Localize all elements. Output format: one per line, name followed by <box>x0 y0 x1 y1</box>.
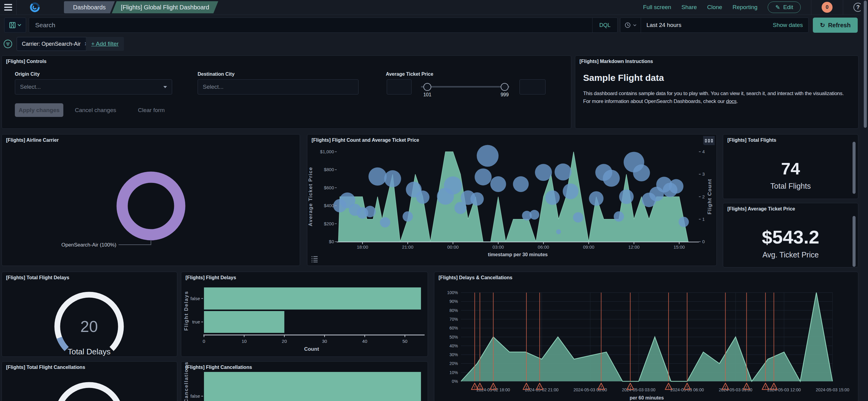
delays-cancellations-area-chart[interactable]: 0%10%20%30%40%50%60%70%80%90%100%2024-05… <box>434 272 858 401</box>
origin-city-placeholder: Select... <box>20 83 41 90</box>
panel-options-icon[interactable] <box>703 136 715 145</box>
nav-divider <box>811 0 811 15</box>
menu-icon[interactable] <box>0 0 17 14</box>
clone-button[interactable]: Clone <box>707 4 722 10</box>
add-filter-button[interactable]: + Add filter <box>86 37 124 51</box>
edit-button-label: Edit <box>783 4 793 10</box>
total-flights-label: Total Flights <box>723 182 858 191</box>
filter-pill-label: Carrier: OpenSearch-Air <box>22 41 81 47</box>
panel-markdown-instructions: [Flights] Markdown Instructions Sample F… <box>575 56 859 129</box>
svg-text:09:00: 09:00 <box>583 244 595 249</box>
full-screen-button[interactable]: Full screen <box>643 4 671 10</box>
reporting-button[interactable]: Reporting <box>733 4 757 10</box>
svg-text:false: false <box>190 296 200 301</box>
svg-text:90%: 90% <box>450 299 458 304</box>
page-scrollbar-thumb[interactable] <box>864 1 867 128</box>
origin-city-select[interactable]: Select... <box>15 79 172 95</box>
save-query-button[interactable] <box>4 18 26 33</box>
panel-delays-cancellations: [Flights] Delays & Cancellations 0%10%20… <box>434 272 858 401</box>
panel-total-flight-cancellations: [Flights] Total Flight Cancellations <box>1 361 177 401</box>
svg-text:2024-05-03 15:00: 2024-05-03 15:00 <box>816 388 849 392</box>
query-language-toggle[interactable]: DQL <box>592 18 617 32</box>
panel-title: [Flights] Flight Cancellations <box>185 365 252 370</box>
nav-right: Full screen Share Clone Reporting ✎ Edit… <box>643 0 868 14</box>
panel-title: [Flights] Markdown Instructions <box>580 59 653 64</box>
flight-count-avg-price-chart[interactable]: $0$200$400$600$800$1,0000123418:0021:000… <box>307 134 717 266</box>
svg-text:18:00: 18:00 <box>357 244 368 249</box>
docs-link[interactable]: docs <box>726 98 737 104</box>
panel-flight-delays: [Flights] Flight Delays falsetrue0102030… <box>181 272 428 357</box>
avatar[interactable]: 0 <box>822 2 833 13</box>
breadcrumb-dashboards[interactable]: Dashboards <box>64 1 115 13</box>
cancel-changes-button[interactable]: Cancel changes <box>73 103 118 117</box>
panel-flight-cancellations: [Flights] Flight Cancellations falseFlig… <box>181 361 428 401</box>
time-range-value[interactable]: Last 24 hours <box>647 22 681 29</box>
share-button[interactable]: Share <box>682 4 697 10</box>
breadcrumb: Dashboards [Flights] Global Flight Dashb… <box>64 1 218 13</box>
svg-text:20: 20 <box>80 318 98 335</box>
clock-icon <box>625 22 631 28</box>
svg-text:Average Ticket Price: Average Ticket Price <box>308 167 313 226</box>
price-slider-handle-min[interactable] <box>424 83 431 91</box>
filter-pill-carrier[interactable]: Carrier: OpenSearch-Air ✕ <box>17 37 94 51</box>
opensearch-logo-icon[interactable] <box>17 2 53 13</box>
chevron-down-icon <box>18 24 21 26</box>
svg-text:2: 2 <box>702 194 705 199</box>
panel-title: [Flights] Flight Delays <box>185 275 236 280</box>
show-dates-link[interactable]: Show dates <box>773 22 803 29</box>
panel-scrollbar[interactable] <box>852 216 856 267</box>
svg-text:!: ! <box>629 385 631 390</box>
markdown-heading: Sample Flight data <box>583 73 664 83</box>
svg-text:03:00: 03:00 <box>493 244 504 249</box>
svg-text:per 60 minutes: per 60 minutes <box>629 395 664 400</box>
panel-airline-carrier: [Flights] Airline Carrier OpenSearch-Air… <box>1 134 300 266</box>
panel-flight-count-avg-price: [Flights] Flight Count and Average Ticke… <box>307 134 717 266</box>
legend-toggle-icon[interactable] <box>311 255 319 263</box>
panel-title: [Flights] Total Flights <box>727 137 776 143</box>
price-min-input[interactable] <box>387 79 411 95</box>
edit-button[interactable]: ✎ Edit <box>768 1 801 13</box>
svg-text:06:00: 06:00 <box>538 244 549 249</box>
pencil-icon: ✎ <box>775 4 780 11</box>
flight-delays-bar-chart[interactable]: falsetrue01020304050CountFlight Delays <box>181 272 428 357</box>
svg-text:0%: 0% <box>452 379 458 384</box>
price-slider-track[interactable] <box>421 86 509 88</box>
svg-text:40%: 40% <box>450 343 458 348</box>
price-max-input[interactable] <box>520 79 546 95</box>
panel-controls: [Flights] Controls Origin City Select...… <box>1 56 571 129</box>
svg-text:20%: 20% <box>450 361 458 366</box>
destination-city-select[interactable]: Select... <box>197 79 359 95</box>
svg-text:!: ! <box>668 385 669 390</box>
panel-total-flights: [Flights] Total Flights 74 Total Flights <box>723 134 858 199</box>
svg-text:!: ! <box>746 385 747 390</box>
panel-scrollbar[interactable] <box>852 142 856 194</box>
svg-text:!: ! <box>773 385 774 390</box>
save-icon <box>9 22 16 29</box>
svg-text:0: 0 <box>702 239 705 244</box>
panel-title: [Flights] Average Ticket Price <box>727 206 795 212</box>
search-bar: DQL <box>29 18 618 33</box>
markdown-body: This dashboard contains sample data for … <box>583 90 844 105</box>
panel-title: [Flights] Airline Carrier <box>6 137 59 143</box>
svg-text:$0: $0 <box>329 239 334 244</box>
svg-text:!: ! <box>474 385 475 390</box>
svg-text:1: 1 <box>702 216 705 222</box>
svg-text:$600: $600 <box>324 185 334 190</box>
svg-text:!: ! <box>493 385 494 390</box>
breadcrumb-current-dashboard[interactable]: [Flights] Global Flight Dashboard <box>112 1 218 13</box>
price-slider-handle-max[interactable] <box>501 83 508 91</box>
svg-text:false: false <box>190 394 200 399</box>
search-input[interactable] <box>29 22 592 29</box>
nav-left: Dashboards [Flights] Global Flight Dashb… <box>0 0 218 14</box>
airline-carrier-donut-chart[interactable]: OpenSearch-Air (100%) <box>2 134 300 266</box>
svg-text:4: 4 <box>702 149 705 154</box>
filter-icon[interactable] <box>3 39 13 49</box>
svg-text:!: ! <box>539 385 540 390</box>
refresh-button[interactable]: ↻ Refresh <box>813 18 858 33</box>
apply-changes-button[interactable]: Apply changes <box>15 103 63 117</box>
total-delays-gauge-chart[interactable]: 20Total Delays <box>2 272 177 357</box>
time-picker-menu-button[interactable] <box>620 18 641 32</box>
svg-text:timestamp per 30 minutes: timestamp per 30 minutes <box>488 252 548 257</box>
svg-text:40: 40 <box>362 339 367 344</box>
clear-form-button[interactable]: Clear form <box>136 103 167 117</box>
